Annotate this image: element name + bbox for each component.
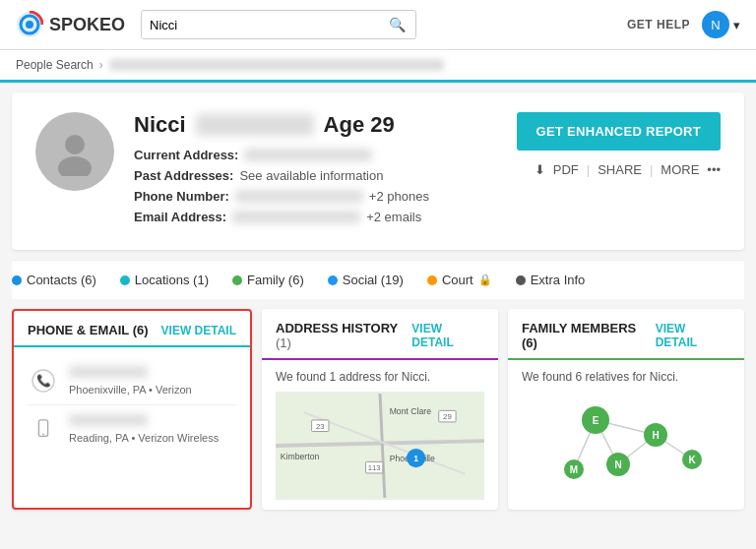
breadcrumb-separator: › bbox=[99, 58, 103, 72]
tab-extra-info-label: Extra Info bbox=[531, 273, 586, 287]
social-dot bbox=[328, 275, 338, 285]
breadcrumb-current bbox=[109, 59, 444, 71]
phone-extra: +2 phones bbox=[369, 189, 429, 204]
phone-handset-icon: 📞 bbox=[32, 369, 55, 393]
family-members-card-title: FAMILY MEMBERS (6) bbox=[522, 321, 656, 350]
share-link[interactable]: SHARE bbox=[598, 162, 642, 177]
svg-text:Kimberton: Kimberton bbox=[281, 452, 320, 461]
logo[interactable]: SPOKEO bbox=[16, 11, 125, 38]
search-button[interactable]: 🔍 bbox=[379, 11, 415, 38]
family-graph-svg: E H N K M bbox=[522, 392, 730, 490]
family-members-view-detail[interactable]: VIEW DETAIL bbox=[656, 322, 730, 349]
address-history-desc: We found 1 address for Nicci. bbox=[276, 370, 484, 384]
svg-point-2 bbox=[26, 21, 33, 29]
cards-row: PHONE & EMAIL (6) VIEW DETAIL 📞 Phoenixv… bbox=[12, 309, 744, 510]
svg-text:1: 1 bbox=[413, 454, 418, 463]
more-icon: ••• bbox=[707, 162, 721, 177]
address-map: 113 23 29 Mont Clare Kimberton Phoenixvi… bbox=[276, 392, 484, 500]
current-address-field: Current Address: bbox=[134, 148, 497, 162]
phone-email-card: PHONE & EMAIL (6) VIEW DETAIL 📞 Phoenixv… bbox=[12, 309, 252, 510]
svg-text:23: 23 bbox=[316, 422, 325, 431]
user-avatar-area[interactable]: N ▾ bbox=[702, 11, 740, 38]
phone-value-blurred bbox=[235, 190, 363, 203]
email-label: Email Address: bbox=[134, 210, 226, 224]
profile-name: Nicci Age 29 bbox=[134, 112, 497, 138]
phone-sub-2: Reading, PA • Verizon Wireless bbox=[69, 432, 219, 444]
svg-text:E: E bbox=[593, 415, 599, 426]
phone-sub-1: Phoenixville, PA • Verizon bbox=[69, 384, 192, 396]
tab-court[interactable]: Court 🔒 bbox=[427, 271, 492, 289]
tab-extra-info[interactable]: Extra Info bbox=[516, 271, 586, 289]
search-input[interactable] bbox=[142, 12, 379, 38]
phone-email-card-header: PHONE & EMAIL (6) VIEW DETAIL bbox=[14, 311, 250, 347]
avatar-initial: N bbox=[711, 18, 720, 32]
svg-text:K: K bbox=[688, 455, 696, 465]
profile-first-name: Nicci bbox=[134, 112, 186, 138]
phone-icon-1: 📞 bbox=[28, 365, 59, 396]
svg-text:📞: 📞 bbox=[36, 373, 51, 388]
search-bar[interactable]: 🔍 bbox=[141, 10, 416, 39]
address-history-card: ADDRESS HISTORY (1) VIEW DETAIL We found… bbox=[262, 309, 498, 510]
past-addresses-label: Past Addresses: bbox=[134, 168, 233, 183]
address-history-card-title: ADDRESS HISTORY (1) bbox=[276, 321, 411, 350]
svg-text:113: 113 bbox=[368, 463, 381, 472]
get-enhanced-report-button[interactable]: GET ENHANCED REPORT bbox=[517, 112, 722, 151]
email-value-blurred bbox=[232, 211, 360, 223]
extra-info-dot bbox=[516, 275, 526, 285]
profile-card: Nicci Age 29 Current Address: Past Addre… bbox=[12, 92, 744, 250]
svg-text:H: H bbox=[652, 430, 659, 441]
current-address-value-blurred bbox=[244, 149, 372, 161]
svg-text:M: M bbox=[570, 464, 578, 475]
tabs-bar: Contacts (6) Locations (1) Family (6) So… bbox=[12, 260, 744, 299]
svg-text:29: 29 bbox=[443, 412, 452, 421]
tab-locations-label: Locations (1) bbox=[135, 273, 209, 287]
phone-field: Phone Number: +2 phones bbox=[134, 189, 497, 204]
family-graph: E H N K M bbox=[522, 392, 730, 500]
address-history-view-detail[interactable]: VIEW DETAIL bbox=[411, 322, 484, 349]
family-dot bbox=[232, 275, 242, 285]
pdf-link[interactable]: PDF bbox=[553, 162, 579, 177]
phone-item-2-details: Reading, PA • Verizon Wireless bbox=[69, 414, 219, 444]
profile-info: Nicci Age 29 Current Address: Past Addre… bbox=[134, 112, 497, 230]
address-history-card-body: We found 1 address for Nicci. 113 bbox=[262, 360, 498, 510]
spokeo-logo-icon bbox=[16, 11, 43, 38]
phone-email-view-detail[interactable]: VIEW DETAIL bbox=[161, 324, 236, 337]
tab-family-label: Family (6) bbox=[247, 273, 304, 287]
get-help-link[interactable]: GET HELP bbox=[627, 18, 690, 31]
phone-number-2-blurred bbox=[69, 414, 148, 426]
phone-item-2: Reading, PA • Verizon Wireless bbox=[28, 405, 236, 453]
tab-court-label: Court bbox=[442, 273, 473, 287]
tab-contacts[interactable]: Contacts (6) bbox=[12, 271, 96, 289]
breadcrumb-people-search[interactable]: People Search bbox=[16, 58, 94, 72]
past-addresses-field: Past Addresses: See available informatio… bbox=[134, 168, 497, 183]
more-link[interactable]: MORE bbox=[661, 162, 699, 177]
svg-point-3 bbox=[65, 135, 85, 154]
download-icon: ⬇ bbox=[535, 162, 545, 177]
locations-dot bbox=[120, 275, 130, 285]
profile-avatar bbox=[35, 112, 114, 191]
phone-item-1: 📞 Phoenixville, PA • Verizon bbox=[28, 357, 236, 405]
action-links: ⬇ PDF | SHARE | MORE ••• bbox=[535, 162, 721, 177]
phone-number-1-blurred bbox=[69, 366, 148, 378]
contacts-dot bbox=[12, 275, 22, 285]
svg-text:Mont Clare: Mont Clare bbox=[390, 406, 432, 416]
logo-text: SPOKEO bbox=[49, 15, 125, 35]
header-right: GET HELP N ▾ bbox=[627, 11, 740, 38]
phone-icon-2 bbox=[28, 413, 59, 445]
breadcrumb: People Search › bbox=[0, 50, 756, 83]
default-avatar-icon bbox=[50, 127, 99, 176]
family-members-card-header: FAMILY MEMBERS (6) VIEW DETAIL bbox=[508, 309, 744, 360]
current-address-label: Current Address: bbox=[134, 148, 238, 162]
court-dot bbox=[427, 275, 437, 285]
phone-email-card-title: PHONE & EMAIL (6) bbox=[28, 323, 149, 337]
mobile-phone-icon bbox=[32, 418, 54, 440]
email-field: Email Address: +2 emails bbox=[134, 210, 497, 224]
phone-item-1-details: Phoenixville, PA • Verizon bbox=[69, 366, 192, 396]
tab-social[interactable]: Social (19) bbox=[328, 271, 404, 289]
lock-icon: 🔒 bbox=[478, 274, 492, 286]
email-extra: +2 emails bbox=[366, 210, 421, 224]
svg-point-4 bbox=[58, 156, 92, 176]
tab-locations[interactable]: Locations (1) bbox=[120, 271, 209, 289]
address-history-card-header: ADDRESS HISTORY (1) VIEW DETAIL bbox=[262, 309, 498, 360]
tab-family[interactable]: Family (6) bbox=[232, 271, 304, 289]
